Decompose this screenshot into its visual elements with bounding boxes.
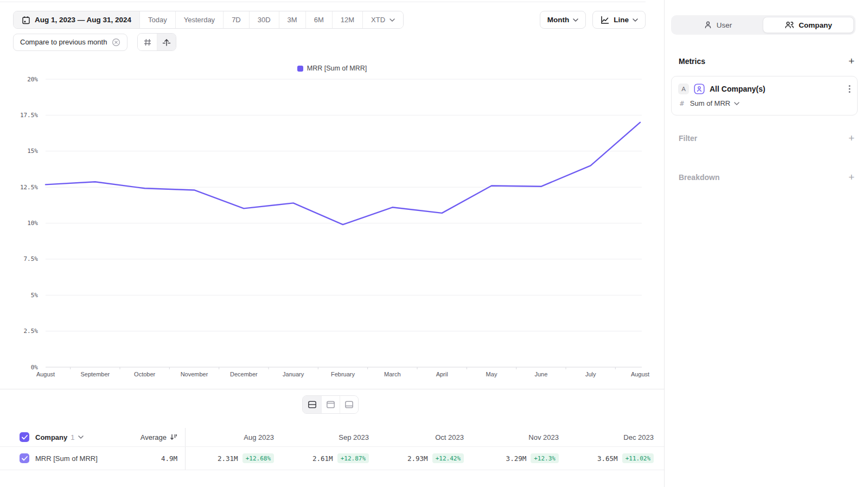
y-axis-tick: 0% (31, 364, 39, 371)
month-column-header[interactable]: Sep 2023 (339, 433, 369, 441)
aggregation-label: Sum of MRR (690, 99, 730, 107)
x-axis-label: December (230, 371, 258, 377)
delta-badge: +12.68% (242, 453, 274, 463)
group-by-label[interactable]: Company (35, 433, 67, 441)
mrr-trend-chart[interactable]: 0%2.5%5%7.5%10%12.5%15%17.5%20%AugustSep… (0, 74, 664, 384)
y-axis-tick: 12.5% (20, 184, 38, 191)
date-range-label: Aug 1, 2023 — Aug 31, 2024 (35, 16, 131, 24)
company-metric-icon (694, 84, 705, 94)
kebab-menu-icon[interactable] (848, 85, 851, 93)
range-button-30d[interactable]: 30D (250, 11, 279, 28)
grid-toggle-button[interactable] (138, 34, 157, 50)
cell-value: 2.31M (218, 454, 238, 463)
add-filter-button[interactable]: + (848, 134, 854, 143)
chart-legend: MRR [Sum of MRR] (0, 65, 664, 72)
legend-swatch (297, 66, 303, 72)
average-label: Average (141, 433, 167, 441)
month-values: 2.31M+12.68%2.61M+12.87%2.93M+12.42%3.29… (185, 447, 664, 470)
average-column-header[interactable]: Average (141, 433, 177, 441)
delta-badge: +12.42% (432, 453, 464, 463)
top-divider (0, 2, 646, 2)
add-metric-button[interactable]: + (848, 57, 854, 66)
month-column-header[interactable]: Nov 2023 (528, 433, 559, 441)
table-header: Company 1 Average Aug 2023Sep 2023Oct 20… (0, 428, 664, 446)
remove-compare-icon[interactable] (112, 38, 120, 47)
layout-toggles (302, 395, 359, 414)
aggregation-dropdown[interactable]: Sum of MRR (690, 99, 739, 107)
toggle-user-label: User (717, 21, 732, 29)
mrr-line-series[interactable] (46, 123, 640, 225)
toggle-company[interactable]: Company (763, 17, 854, 33)
cell-value: 2.61M (312, 454, 333, 463)
y-axis-tick: 15% (27, 148, 38, 155)
x-axis-label: August (631, 371, 649, 377)
x-axis-label: August (36, 371, 55, 377)
month-column-header[interactable]: Dec 2023 (623, 433, 654, 441)
delta-badge: +11.02% (622, 453, 654, 463)
granularity-dropdown[interactable]: Month (540, 11, 586, 29)
range-button-12m[interactable]: 12M (333, 11, 363, 28)
layout-table-only-button[interactable] (340, 396, 358, 413)
range-button-7d[interactable]: 7D (224, 11, 250, 28)
metrics-section-header: Metrics + (679, 57, 854, 66)
x-axis-label: January (283, 371, 304, 377)
compare-chip[interactable]: Compare to previous month (13, 34, 127, 51)
sort-descending-icon (170, 433, 177, 441)
toggle-user[interactable]: User (673, 17, 763, 33)
range-button-3m[interactable]: 3M (279, 11, 306, 28)
table-row[interactable]: MRR [Sum of MRR] 4.9M 2.31M+12.68%2.61M+… (0, 446, 664, 470)
layout-bottom-icon (344, 400, 354, 409)
metric-row-average: 4.9M (161, 454, 177, 463)
row-checkbox[interactable] (20, 453, 29, 463)
y-axis-tick: 10% (27, 220, 38, 227)
breakdown-label: Breakdown (679, 173, 719, 182)
check-icon (22, 435, 28, 440)
chart-type-dropdown[interactable]: Line (592, 11, 646, 29)
check-icon (22, 456, 28, 461)
y-axis-tick: 7.5% (24, 255, 39, 262)
line-chart-icon (600, 15, 610, 25)
month-headers: Aug 2023Sep 2023Oct 2023Nov 2023Dec 2023 (185, 428, 664, 446)
chevron-down-icon (390, 18, 395, 22)
config-sidebar: User Company Metrics + A All Company(s) (664, 0, 868, 487)
date-range-button[interactable]: Aug 1, 2023 — Aug 31, 2024 (14, 11, 140, 28)
metric-row-name: MRR [Sum of MRR] (35, 454, 98, 463)
granularity-label: Month (547, 16, 569, 24)
chevron-down-icon[interactable] (78, 435, 84, 439)
y-axis-tick: 2.5% (24, 328, 39, 335)
delta-badge: +12.3% (531, 453, 559, 463)
add-breakdown-button[interactable]: + (848, 173, 854, 182)
y-axis-tick: 20% (27, 76, 38, 83)
cumulative-toggle-button[interactable] (157, 34, 176, 50)
calendar-icon (22, 16, 30, 24)
toggle-company-label: Company (799, 21, 832, 29)
range-button-6m[interactable]: 6M (306, 11, 333, 28)
chevron-down-icon (633, 18, 638, 22)
x-axis-label: July (585, 371, 596, 377)
arrow-up-from-line-icon (162, 38, 171, 47)
layout-top-icon (326, 400, 335, 409)
range-button-yesterday[interactable]: Yesterday (176, 11, 224, 28)
x-axis-label: October (134, 371, 155, 377)
numeric-hash-icon: # (680, 99, 684, 107)
range-button-today[interactable]: Today (140, 11, 176, 28)
month-column-header[interactable]: Oct 2023 (435, 433, 464, 441)
x-axis-label: March (384, 371, 401, 377)
xtd-label: XTD (371, 16, 385, 24)
metric-letter-badge: A (678, 84, 689, 94)
x-axis-label: June (534, 371, 547, 377)
chevron-down-icon (734, 102, 739, 105)
x-axis-label: April (436, 371, 448, 377)
layout-chart-only-button[interactable] (321, 396, 340, 413)
x-axis-label: November (181, 371, 208, 377)
metric-name: All Company(s) (710, 85, 844, 93)
layout-split-button[interactable] (303, 396, 321, 413)
chevron-down-icon (573, 18, 578, 22)
filter-row: Compare to previous month (13, 33, 176, 51)
range-button-xtd[interactable]: XTD (363, 11, 403, 28)
metric-card[interactable]: A All Company(s) # Sum of MRR (671, 76, 858, 116)
x-axis-label: September (80, 371, 110, 377)
x-axis-label: May (486, 371, 497, 377)
select-all-checkbox[interactable] (20, 432, 29, 442)
month-column-header[interactable]: Aug 2023 (244, 433, 274, 441)
